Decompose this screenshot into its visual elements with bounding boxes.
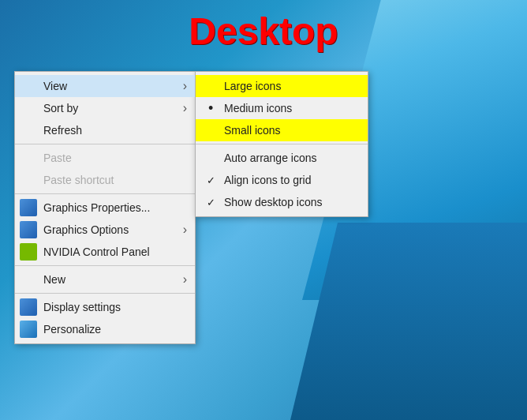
menu-label-personalize: Personalize bbox=[43, 323, 101, 336]
nvidia-icon-wrapper bbox=[20, 243, 37, 261]
menu-item-new[interactable]: New bbox=[15, 268, 195, 291]
context-menu-wrapper: View Sort by Refresh Paste Paste shortcu… bbox=[14, 71, 368, 344]
menu-item-paste[interactable]: Paste bbox=[15, 147, 195, 169]
desktop-title: Desktop bbox=[0, 9, 527, 53]
menu-divider-4 bbox=[15, 293, 195, 294]
personalize-icon bbox=[20, 321, 37, 338]
menu-divider-3 bbox=[15, 265, 195, 266]
nvidia-icon bbox=[20, 243, 37, 261]
view-submenu: Large icons Medium icons Small icons Aut… bbox=[195, 71, 368, 217]
submenu-label-medium-icons: Medium icons bbox=[224, 102, 292, 114]
display-icon bbox=[20, 298, 37, 316]
submenu-label-small-icons: Small icons bbox=[224, 124, 281, 137]
display-icon-wrapper bbox=[20, 298, 37, 316]
menu-item-personalize[interactable]: Personalize bbox=[15, 318, 195, 340]
menu-label-graphics-props: Graphics Properties... bbox=[43, 201, 150, 214]
menu-divider-1 bbox=[15, 144, 195, 144]
submenu-item-align-grid[interactable]: Align icons to grid bbox=[196, 169, 368, 191]
menu-divider-2 bbox=[15, 193, 195, 194]
submenu-item-show-desktop[interactable]: Show desktop icons bbox=[196, 191, 368, 213]
submenu-item-small-icons[interactable]: Small icons bbox=[196, 119, 368, 141]
menu-label-view: View bbox=[43, 80, 67, 92]
menu-label-sort-by: Sort by bbox=[43, 102, 78, 114]
menu-label-paste-shortcut: Paste shortcut bbox=[43, 174, 114, 186]
menu-label-graphics-options: Graphics Options bbox=[43, 223, 129, 236]
menu-item-display-settings[interactable]: Display settings bbox=[15, 296, 195, 318]
menu-item-nvidia[interactable]: NVIDIA Control Panel bbox=[15, 241, 195, 263]
menu-item-refresh[interactable]: Refresh bbox=[15, 119, 195, 141]
graphics-icon2 bbox=[20, 221, 37, 238]
menu-label-nvidia: NVIDIA Control Panel bbox=[43, 246, 150, 258]
submenu-label-auto-arrange: Auto arrange icons bbox=[224, 152, 317, 164]
submenu-item-large-icons[interactable]: Large icons bbox=[196, 75, 368, 97]
graphics-props-icon bbox=[20, 199, 37, 216]
menu-item-paste-shortcut[interactable]: Paste shortcut bbox=[15, 169, 195, 191]
personalize-icon-wrapper bbox=[20, 321, 37, 338]
menu-label-paste: Paste bbox=[43, 152, 72, 164]
submenu-item-auto-arrange[interactable]: Auto arrange icons bbox=[196, 147, 368, 169]
menu-item-sort-by[interactable]: Sort by bbox=[15, 97, 195, 119]
submenu-label-align-grid: Align icons to grid bbox=[224, 174, 312, 186]
menu-item-view[interactable]: View bbox=[15, 75, 195, 97]
submenu-label-show-desktop: Show desktop icons bbox=[224, 196, 323, 208]
menu-label-display-settings: Display settings bbox=[43, 301, 121, 313]
context-menu: View Sort by Refresh Paste Paste shortcu… bbox=[14, 71, 196, 344]
submenu-item-medium-icons[interactable]: Medium icons bbox=[196, 97, 368, 119]
menu-item-graphics-options[interactable]: Graphics Options bbox=[15, 219, 195, 241]
menu-item-graphics-props[interactable]: Graphics Properties... bbox=[15, 197, 195, 219]
menu-label-refresh: Refresh bbox=[43, 124, 82, 137]
graphics-icon bbox=[20, 199, 37, 216]
submenu-label-large-icons: Large icons bbox=[224, 80, 281, 92]
submenu-divider-1 bbox=[196, 144, 368, 144]
graphics-options-icon bbox=[20, 221, 37, 238]
menu-label-new: New bbox=[43, 273, 65, 286]
